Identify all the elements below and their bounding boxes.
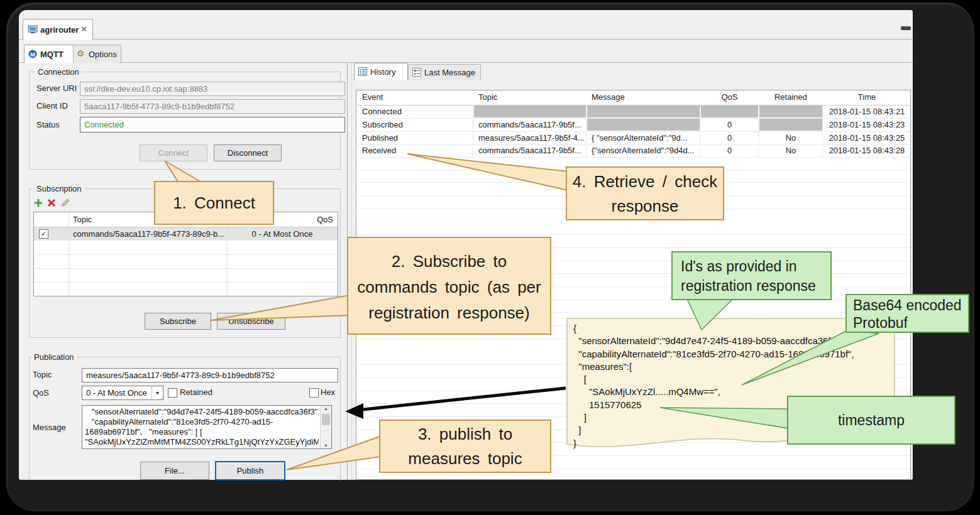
callout-tail-timestamp	[660, 408, 788, 428]
callout-tail-ids	[686, 298, 734, 330]
callout-ids-note: Id's as provided in registration respons…	[671, 251, 832, 300]
callout-tail-base64	[742, 330, 879, 385]
screenshot-stage: agrirouter × M MQTT ⚙ Options Connection…	[0, 0, 980, 515]
callout-step3: 3. publish to measures topic	[379, 420, 551, 473]
callout-timestamp-note: timestamp	[787, 396, 955, 445]
callout-base64-note: Base64 encoded Protobuf	[845, 294, 969, 333]
callout-step4: 4. Retrieve / check response	[566, 166, 724, 220]
callout-step2: 2. Subscribe to commands topic (as per r…	[347, 237, 551, 335]
callout-step1: 1. Connect	[154, 181, 274, 225]
